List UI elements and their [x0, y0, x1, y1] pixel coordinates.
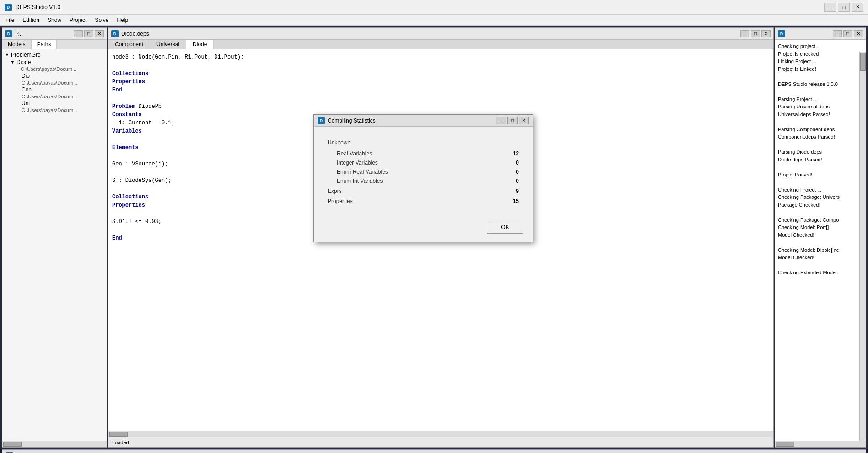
menu-bar: File Edition Show Project Solve Help: [0, 15, 868, 26]
tab-diode[interactable]: Diode: [186, 40, 214, 49]
dialog-integer-variables-value: 0: [501, 160, 519, 166]
dialog-body: Unknown Real Variables 12 Integer Variab…: [314, 127, 533, 216]
dialog-unknown-label: Unknown: [328, 139, 350, 146]
output-vscrollbar-thumb[interactable]: [860, 53, 866, 71]
code-line-3: Collections: [112, 69, 770, 78]
output-line-12: Parsing Component.deps: [778, 126, 858, 133]
tab-component[interactable]: Component: [108, 40, 150, 49]
output-hscrollbar-thumb[interactable]: [776, 442, 794, 447]
output-line-2: Project is checked: [778, 50, 858, 58]
dialog-minimize[interactable]: —: [496, 117, 506, 124]
output-line-15: Parsing Diode.deps: [778, 148, 858, 156]
tree-root[interactable]: ▼ ProblemGro: [4, 51, 42, 59]
tab-models[interactable]: Models: [2, 40, 32, 49]
left-panel-tabs: Models Paths: [2, 40, 107, 49]
dialog-maximize[interactable]: □: [507, 117, 518, 124]
tree-arrow-root: ▼: [5, 53, 10, 57]
output-minimize[interactable]: —: [833, 30, 842, 37]
dialog-integer-variables-row: Integer Variables 0: [337, 160, 519, 166]
tree-diode[interactable]: ▼ Diode: [10, 59, 32, 66]
title-bar: D DEPS Studio V1.0 — □ ✕: [0, 0, 868, 15]
dialog-unknown-rows: Real Variables 12 Integer Variables 0 En…: [328, 150, 519, 184]
editor-hscrollbar-thumb[interactable]: [109, 432, 128, 437]
tree-uni-label: Uni: [22, 100, 30, 107]
output-line-31: Checking Extended Model:: [778, 269, 858, 277]
menu-file[interactable]: File: [2, 16, 18, 24]
output-line-7: [778, 88, 858, 96]
left-panel-logo-icon: D: [5, 30, 12, 37]
dialog-unknown-section: Unknown: [328, 136, 519, 148]
output-line-11: [778, 118, 858, 126]
dialog-enum-real-label: Enum Real Variables: [337, 169, 388, 175]
dialog-enum-real-row: Enum Real Variables 0: [337, 169, 519, 175]
menu-edition[interactable]: Edition: [19, 16, 43, 24]
tree-con-path-text: C:\Users\payas\Docum...: [22, 94, 77, 99]
output-maximize[interactable]: □: [843, 30, 852, 37]
output-line-13: Component.deps Parsed!: [778, 133, 858, 141]
code-line-1: node3 : Node(Gen.Pin, R1.Pout, D1.Pout);: [112, 53, 770, 61]
output-line-30: [778, 261, 858, 269]
output-line-14: [778, 141, 858, 149]
menu-help[interactable]: Help: [113, 16, 132, 24]
dialog-enum-int-label: Enum Int Variables: [337, 178, 383, 184]
left-panel-hscrollbar-thumb[interactable]: [3, 442, 22, 447]
output-line-20: Checking Project ...: [778, 186, 858, 194]
dialog-real-variables-label: Real Variables: [337, 150, 372, 157]
menu-solve[interactable]: Solve: [91, 16, 112, 24]
dialog-enum-real-value: 0: [501, 169, 519, 175]
editor-close[interactable]: ✕: [761, 30, 771, 37]
tree-uni[interactable]: Uni: [21, 100, 31, 107]
output-hscrollbar[interactable]: [775, 441, 866, 447]
output-line-6: DEPS Studio release 1.0.0: [778, 80, 858, 88]
tree-uni-path: C:\Users\payas\Docum...: [21, 107, 78, 113]
left-panel: D P... — □ ✕ Models Paths ▼ ProblemGro: [2, 27, 107, 448]
output-line-18: Project Parsed!: [778, 171, 858, 179]
menu-show[interactable]: Show: [44, 16, 65, 24]
tree-dio[interactable]: Dio: [21, 72, 31, 80]
dialog-close[interactable]: ✕: [519, 117, 529, 124]
tab-paths[interactable]: Paths: [32, 40, 57, 49]
editor-hscrollbar[interactable]: [108, 431, 773, 437]
editor-titlebar: D Diode.deps — □ ✕: [108, 28, 773, 40]
dialog-logo-icon: D: [318, 117, 325, 124]
editor-minimize[interactable]: —: [740, 30, 749, 37]
compiling-statistics-dialog: D Compiling Statistics — □ ✕ Unknown Rea…: [313, 114, 533, 242]
output-line-5: [778, 73, 858, 80]
output-line-19: [778, 178, 858, 186]
tree-dio-path: C:\Users\payas\Docum...: [21, 80, 78, 86]
code-line-5: End: [112, 86, 770, 94]
output-line-26: Model Checked!: [778, 231, 858, 239]
editor-maximize[interactable]: □: [751, 30, 760, 37]
editor-tabs: Component Universal Diode: [108, 40, 773, 49]
tab-universal[interactable]: Universal: [150, 40, 186, 49]
output-line-4: Project is Linked!: [778, 65, 858, 73]
tree-diode-path: C:\Users\payas\Docum...: [10, 66, 77, 72]
output-line-28: Checking Model: Dipole[inc: [778, 246, 858, 254]
left-panel-maximize[interactable]: □: [84, 30, 93, 37]
output-vscrollbar[interactable]: [859, 52, 866, 441]
left-panel-minimize[interactable]: —: [74, 30, 83, 37]
output-line-8: Parsing Project ...: [778, 96, 858, 103]
tree-con[interactable]: Con: [21, 86, 32, 93]
output-close[interactable]: ✕: [854, 30, 863, 37]
tree-root-label: ProblemGro: [11, 52, 41, 58]
tree-con-label: Con: [22, 86, 32, 93]
maximize-button[interactable]: □: [838, 3, 850, 12]
bottom-bar: D Errors: [2, 449, 866, 453]
dialog-exprs-label: Exprs: [328, 188, 342, 194]
menu-project[interactable]: Project: [66, 16, 90, 24]
left-panel-hscrollbar[interactable]: [2, 441, 107, 447]
editor-status: Loaded: [112, 440, 129, 445]
dialog-real-variables-value: 12: [501, 150, 519, 157]
output-line-3: Linking Project ...: [778, 58, 858, 65]
dialog-properties-value: 15: [501, 198, 519, 204]
output-line-22: Package Checked!: [778, 201, 858, 209]
left-panel-close[interactable]: ✕: [95, 30, 104, 37]
output-line-9: Parsing Universal.deps: [778, 103, 858, 111]
tree-diode-label: Diode: [16, 59, 31, 65]
close-button[interactable]: ✕: [852, 3, 863, 12]
output-line-21: Checking Package: Univers: [778, 193, 858, 201]
output-line-25: Checking Model: Port[]: [778, 224, 858, 231]
minimize-button[interactable]: —: [824, 3, 836, 12]
ok-button[interactable]: OK: [487, 221, 523, 234]
